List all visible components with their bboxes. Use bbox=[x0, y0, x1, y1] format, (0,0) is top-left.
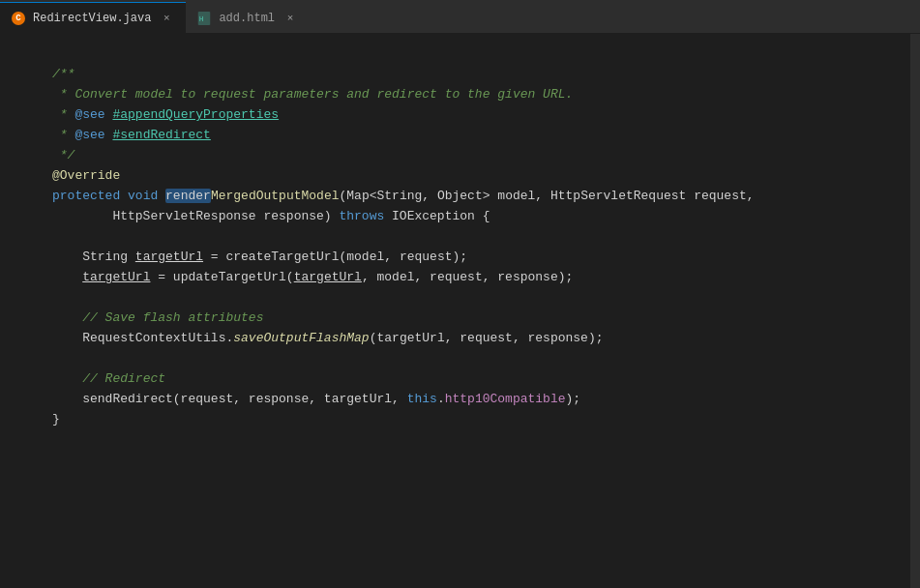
line-number bbox=[0, 287, 48, 308]
code-line: protected void renderMergedOutputModel(M… bbox=[0, 186, 920, 206]
tab-label-html: add.html bbox=[219, 12, 275, 25]
code-line bbox=[0, 44, 920, 64]
code-line: // Save flash attributes bbox=[0, 308, 920, 328]
line-number bbox=[0, 247, 48, 267]
code-line: } bbox=[0, 409, 920, 429]
code-line: String targetUrl = createTargetUrl(model… bbox=[0, 247, 920, 267]
code-line: /** bbox=[0, 64, 920, 84]
line-number bbox=[0, 328, 48, 348]
code-line: * @see #appendQueryProperties bbox=[0, 104, 920, 125]
line-number bbox=[0, 348, 48, 368]
close-tab-html[interactable]: × bbox=[282, 11, 298, 26]
html-file-icon: H bbox=[197, 12, 211, 25]
code-line: */ bbox=[0, 145, 920, 165]
line-number bbox=[0, 226, 48, 247]
line-number bbox=[0, 84, 48, 104]
code-line bbox=[0, 348, 920, 368]
code-line bbox=[0, 226, 920, 247]
line-number bbox=[0, 165, 48, 186]
svg-text:H: H bbox=[199, 15, 203, 23]
line-number bbox=[0, 145, 48, 165]
tab-bar: C RedirectView.java × H add.html × bbox=[0, 0, 920, 34]
line-number bbox=[0, 389, 48, 409]
line-number bbox=[0, 104, 48, 125]
code-line: targetUrl = updateTargetUrl(targetUrl, m… bbox=[0, 267, 920, 287]
tab-label-java: RedirectView.java bbox=[33, 12, 151, 25]
line-number bbox=[0, 64, 48, 84]
code-line: sendRedirect(request, response, targetUr… bbox=[0, 389, 920, 409]
line-number bbox=[0, 206, 48, 226]
tab-redirectview-java[interactable]: C RedirectView.java × bbox=[0, 2, 186, 33]
code-line: RequestContextUtils.saveOutputFlashMap(t… bbox=[0, 328, 920, 348]
close-tab-java[interactable]: × bbox=[159, 11, 174, 26]
line-number bbox=[0, 125, 48, 145]
tab-add-html[interactable]: H add.html × bbox=[186, 2, 310, 33]
code-line: HttpServletResponse response) throws IOE… bbox=[0, 206, 920, 226]
editor-area: /** * Convert model to request parameter… bbox=[0, 34, 920, 588]
code-line: * @see #sendRedirect bbox=[0, 125, 920, 145]
java-file-icon: C bbox=[12, 12, 25, 25]
line-number bbox=[0, 267, 48, 287]
code-line: @Override bbox=[0, 165, 920, 186]
code-line: * Convert model to request parameters an… bbox=[0, 84, 920, 104]
line-number bbox=[0, 308, 48, 328]
scrollbar[interactable] bbox=[910, 34, 920, 588]
code-line: // Redirect bbox=[0, 368, 920, 389]
line-number bbox=[0, 186, 48, 206]
line-number bbox=[0, 368, 48, 389]
line-number bbox=[0, 44, 48, 64]
code-line bbox=[0, 287, 920, 308]
line-number bbox=[0, 409, 48, 429]
